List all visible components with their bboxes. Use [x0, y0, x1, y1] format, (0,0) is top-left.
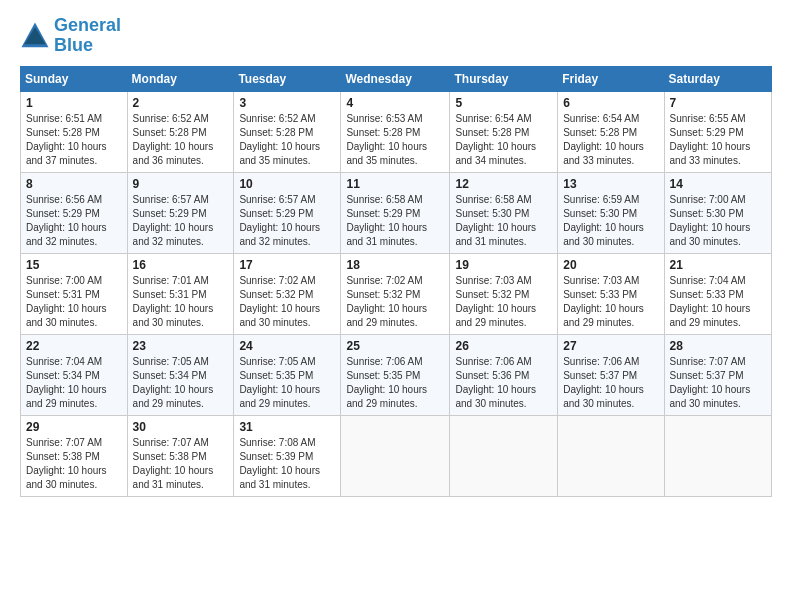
days-of-week-row: SundayMondayTuesdayWednesdayThursdayFrid… [21, 66, 772, 91]
day-number: 30 [133, 420, 229, 434]
page: General Blue SundayMondayTuesdayWednesda… [0, 0, 792, 507]
calendar-cell: 24 Sunrise: 7:05 AM Sunset: 5:35 PM Dayl… [234, 334, 341, 415]
day-info: Sunrise: 7:05 AM Sunset: 5:35 PM Dayligh… [239, 355, 335, 411]
day-number: 11 [346, 177, 444, 191]
calendar-cell: 23 Sunrise: 7:05 AM Sunset: 5:34 PM Dayl… [127, 334, 234, 415]
day-info: Sunrise: 7:00 AM Sunset: 5:31 PM Dayligh… [26, 274, 122, 330]
day-number: 4 [346, 96, 444, 110]
day-number: 25 [346, 339, 444, 353]
day-info: Sunrise: 7:08 AM Sunset: 5:39 PM Dayligh… [239, 436, 335, 492]
day-info: Sunrise: 6:55 AM Sunset: 5:29 PM Dayligh… [670, 112, 766, 168]
day-info: Sunrise: 7:01 AM Sunset: 5:31 PM Dayligh… [133, 274, 229, 330]
day-number: 17 [239, 258, 335, 272]
day-number: 19 [455, 258, 552, 272]
day-number: 20 [563, 258, 658, 272]
calendar-cell: 15 Sunrise: 7:00 AM Sunset: 5:31 PM Dayl… [21, 253, 128, 334]
day-info: Sunrise: 7:07 AM Sunset: 5:37 PM Dayligh… [670, 355, 766, 411]
day-info: Sunrise: 7:02 AM Sunset: 5:32 PM Dayligh… [346, 274, 444, 330]
day-info: Sunrise: 7:03 AM Sunset: 5:33 PM Dayligh… [563, 274, 658, 330]
calendar-cell: 12 Sunrise: 6:58 AM Sunset: 5:30 PM Dayl… [450, 172, 558, 253]
day-info: Sunrise: 7:07 AM Sunset: 5:38 PM Dayligh… [133, 436, 229, 492]
calendar-cell [450, 415, 558, 496]
day-info: Sunrise: 6:57 AM Sunset: 5:29 PM Dayligh… [133, 193, 229, 249]
day-info: Sunrise: 6:54 AM Sunset: 5:28 PM Dayligh… [455, 112, 552, 168]
calendar-cell [341, 415, 450, 496]
day-number: 3 [239, 96, 335, 110]
calendar-cell: 2 Sunrise: 6:52 AM Sunset: 5:28 PM Dayli… [127, 91, 234, 172]
day-number: 5 [455, 96, 552, 110]
calendar-cell: 10 Sunrise: 6:57 AM Sunset: 5:29 PM Dayl… [234, 172, 341, 253]
dow-header: Tuesday [234, 66, 341, 91]
day-number: 1 [26, 96, 122, 110]
day-number: 24 [239, 339, 335, 353]
day-info: Sunrise: 7:03 AM Sunset: 5:32 PM Dayligh… [455, 274, 552, 330]
calendar-cell: 27 Sunrise: 7:06 AM Sunset: 5:37 PM Dayl… [558, 334, 664, 415]
day-number: 16 [133, 258, 229, 272]
day-number: 6 [563, 96, 658, 110]
calendar-cell: 30 Sunrise: 7:07 AM Sunset: 5:38 PM Dayl… [127, 415, 234, 496]
day-info: Sunrise: 7:05 AM Sunset: 5:34 PM Dayligh… [133, 355, 229, 411]
calendar-cell: 3 Sunrise: 6:52 AM Sunset: 5:28 PM Dayli… [234, 91, 341, 172]
calendar-cell [558, 415, 664, 496]
day-info: Sunrise: 7:07 AM Sunset: 5:38 PM Dayligh… [26, 436, 122, 492]
dow-header: Monday [127, 66, 234, 91]
day-number: 12 [455, 177, 552, 191]
calendar-cell: 11 Sunrise: 6:58 AM Sunset: 5:29 PM Dayl… [341, 172, 450, 253]
day-number: 10 [239, 177, 335, 191]
day-info: Sunrise: 6:59 AM Sunset: 5:30 PM Dayligh… [563, 193, 658, 249]
day-info: Sunrise: 7:04 AM Sunset: 5:33 PM Dayligh… [670, 274, 766, 330]
day-number: 31 [239, 420, 335, 434]
calendar-cell: 21 Sunrise: 7:04 AM Sunset: 5:33 PM Dayl… [664, 253, 771, 334]
day-info: Sunrise: 6:52 AM Sunset: 5:28 PM Dayligh… [133, 112, 229, 168]
calendar-cell: 26 Sunrise: 7:06 AM Sunset: 5:36 PM Dayl… [450, 334, 558, 415]
calendar-cell: 20 Sunrise: 7:03 AM Sunset: 5:33 PM Dayl… [558, 253, 664, 334]
calendar: SundayMondayTuesdayWednesdayThursdayFrid… [20, 66, 772, 497]
calendar-week-row: 8 Sunrise: 6:56 AM Sunset: 5:29 PM Dayli… [21, 172, 772, 253]
dow-header: Friday [558, 66, 664, 91]
day-info: Sunrise: 7:06 AM Sunset: 5:36 PM Dayligh… [455, 355, 552, 411]
dow-header: Saturday [664, 66, 771, 91]
calendar-week-row: 29 Sunrise: 7:07 AM Sunset: 5:38 PM Dayl… [21, 415, 772, 496]
calendar-week-row: 15 Sunrise: 7:00 AM Sunset: 5:31 PM Dayl… [21, 253, 772, 334]
day-info: Sunrise: 6:51 AM Sunset: 5:28 PM Dayligh… [26, 112, 122, 168]
day-number: 26 [455, 339, 552, 353]
day-number: 23 [133, 339, 229, 353]
calendar-cell: 22 Sunrise: 7:04 AM Sunset: 5:34 PM Dayl… [21, 334, 128, 415]
calendar-cell: 6 Sunrise: 6:54 AM Sunset: 5:28 PM Dayli… [558, 91, 664, 172]
day-number: 2 [133, 96, 229, 110]
day-number: 9 [133, 177, 229, 191]
calendar-cell: 19 Sunrise: 7:03 AM Sunset: 5:32 PM Dayl… [450, 253, 558, 334]
day-info: Sunrise: 7:06 AM Sunset: 5:37 PM Dayligh… [563, 355, 658, 411]
calendar-cell: 7 Sunrise: 6:55 AM Sunset: 5:29 PM Dayli… [664, 91, 771, 172]
day-number: 27 [563, 339, 658, 353]
day-number: 22 [26, 339, 122, 353]
day-info: Sunrise: 6:58 AM Sunset: 5:29 PM Dayligh… [346, 193, 444, 249]
day-info: Sunrise: 7:04 AM Sunset: 5:34 PM Dayligh… [26, 355, 122, 411]
calendar-cell: 25 Sunrise: 7:06 AM Sunset: 5:35 PM Dayl… [341, 334, 450, 415]
day-number: 15 [26, 258, 122, 272]
calendar-cell: 14 Sunrise: 7:00 AM Sunset: 5:30 PM Dayl… [664, 172, 771, 253]
day-number: 7 [670, 96, 766, 110]
calendar-cell: 9 Sunrise: 6:57 AM Sunset: 5:29 PM Dayli… [127, 172, 234, 253]
day-number: 21 [670, 258, 766, 272]
calendar-cell: 18 Sunrise: 7:02 AM Sunset: 5:32 PM Dayl… [341, 253, 450, 334]
day-info: Sunrise: 6:56 AM Sunset: 5:29 PM Dayligh… [26, 193, 122, 249]
day-number: 8 [26, 177, 122, 191]
calendar-week-row: 1 Sunrise: 6:51 AM Sunset: 5:28 PM Dayli… [21, 91, 772, 172]
dow-header: Sunday [21, 66, 128, 91]
header: General Blue [20, 16, 772, 56]
calendar-cell: 8 Sunrise: 6:56 AM Sunset: 5:29 PM Dayli… [21, 172, 128, 253]
calendar-week-row: 22 Sunrise: 7:04 AM Sunset: 5:34 PM Dayl… [21, 334, 772, 415]
day-info: Sunrise: 7:00 AM Sunset: 5:30 PM Dayligh… [670, 193, 766, 249]
calendar-cell: 1 Sunrise: 6:51 AM Sunset: 5:28 PM Dayli… [21, 91, 128, 172]
logo-text: General Blue [54, 16, 121, 56]
day-info: Sunrise: 7:06 AM Sunset: 5:35 PM Dayligh… [346, 355, 444, 411]
day-info: Sunrise: 6:57 AM Sunset: 5:29 PM Dayligh… [239, 193, 335, 249]
calendar-cell: 17 Sunrise: 7:02 AM Sunset: 5:32 PM Dayl… [234, 253, 341, 334]
calendar-cell: 31 Sunrise: 7:08 AM Sunset: 5:39 PM Dayl… [234, 415, 341, 496]
day-number: 29 [26, 420, 122, 434]
svg-marker-1 [25, 27, 46, 44]
day-info: Sunrise: 6:53 AM Sunset: 5:28 PM Dayligh… [346, 112, 444, 168]
dow-header: Thursday [450, 66, 558, 91]
dow-header: Wednesday [341, 66, 450, 91]
